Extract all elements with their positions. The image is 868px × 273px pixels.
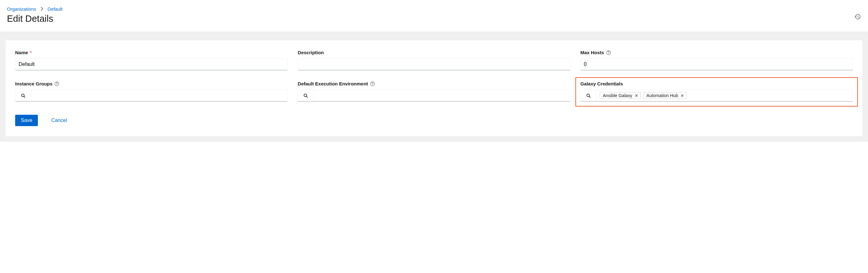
- galaxy-label: Galaxy Credentials: [581, 81, 623, 87]
- svg-point-7: [372, 84, 372, 85]
- description-label: Description: [298, 50, 324, 55]
- svg-line-11: [589, 96, 590, 97]
- max-hosts-group: Max Hosts: [581, 50, 853, 70]
- form-actions: Save Cancel: [15, 115, 853, 126]
- search-icon[interactable]: [581, 90, 596, 101]
- cancel-button[interactable]: Cancel: [51, 117, 67, 123]
- breadcrumb: Organizations Default: [7, 6, 861, 12]
- form-grid: Name * Description Max Hosts: [15, 50, 853, 102]
- save-button[interactable]: Save: [15, 115, 38, 126]
- search-icon[interactable]: [16, 90, 31, 101]
- name-group: Name *: [15, 50, 287, 70]
- page-title: Edit Details: [7, 13, 861, 24]
- close-icon[interactable]: ✕: [681, 94, 684, 98]
- search-icon[interactable]: [298, 90, 314, 101]
- svg-line-9: [307, 96, 307, 97]
- exec-env-chips[interactable]: [314, 90, 570, 101]
- help-icon[interactable]: [370, 81, 375, 87]
- breadcrumb-root-link[interactable]: Organizations: [7, 6, 36, 12]
- svg-point-3: [57, 84, 57, 85]
- galaxy-field: Ansible Galaxy ✕ Automation Hub ✕: [581, 90, 853, 102]
- required-indicator: *: [30, 50, 32, 55]
- chip-automation-hub: Automation Hub ✕: [643, 92, 686, 99]
- instance-groups-group: Instance Groups: [15, 81, 287, 102]
- help-icon[interactable]: [606, 50, 611, 55]
- galaxy-chips[interactable]: Ansible Galaxy ✕ Automation Hub ✕: [596, 90, 852, 101]
- exec-env-field: [298, 90, 570, 102]
- chip-label: Ansible Galaxy: [603, 93, 632, 98]
- content-wrapper: Name * Description Max Hosts: [0, 32, 868, 142]
- history-icon[interactable]: [854, 13, 861, 22]
- description-input[interactable]: [298, 58, 570, 70]
- chip-ansible-galaxy: Ansible Galaxy ✕: [600, 92, 641, 99]
- name-label: Name: [15, 50, 28, 55]
- svg-line-5: [24, 96, 25, 97]
- form-card: Name * Description Max Hosts: [6, 40, 862, 136]
- exec-env-group: Default Execution Environment: [298, 81, 570, 102]
- help-icon[interactable]: [54, 81, 59, 87]
- max-hosts-input[interactable]: [581, 58, 853, 70]
- instance-groups-field: [15, 90, 287, 102]
- breadcrumb-current-link[interactable]: Default: [48, 6, 63, 12]
- galaxy-group: Galaxy Credentials Ansible Galaxy ✕: [581, 81, 853, 102]
- close-icon[interactable]: ✕: [635, 94, 638, 98]
- chevron-right-icon: [41, 7, 43, 12]
- svg-point-1: [608, 53, 609, 54]
- max-hosts-label: Max Hosts: [581, 50, 604, 55]
- page-header: Organizations Default Edit Details: [0, 0, 868, 32]
- galaxy-highlight-box: Galaxy Credentials Ansible Galaxy ✕: [576, 77, 858, 107]
- instance-groups-chips[interactable]: [31, 90, 287, 101]
- exec-env-label: Default Execution Environment: [298, 81, 368, 87]
- description-group: Description: [298, 50, 570, 70]
- name-input[interactable]: [15, 58, 287, 70]
- instance-groups-label: Instance Groups: [15, 81, 52, 87]
- chip-label: Automation Hub: [646, 93, 678, 98]
